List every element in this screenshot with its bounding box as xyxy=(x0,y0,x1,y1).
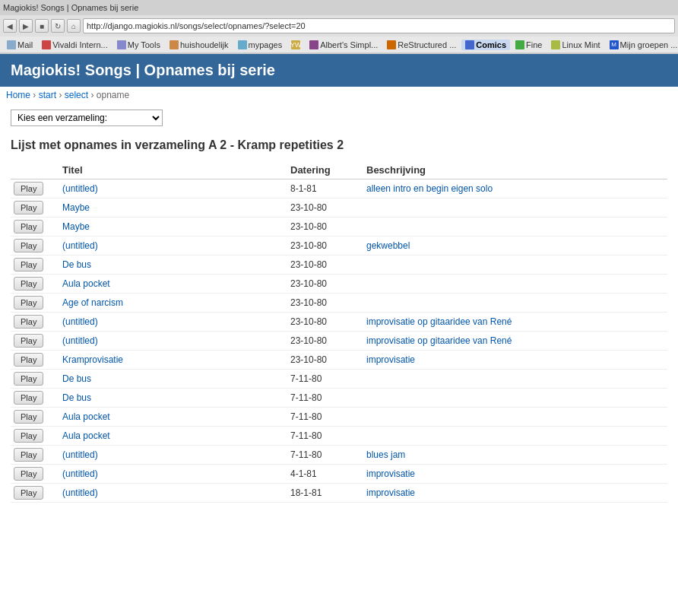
play-button[interactable]: Play xyxy=(14,201,43,214)
play-button[interactable]: Play xyxy=(14,239,43,252)
song-description-cell xyxy=(360,389,667,408)
song-description-cell xyxy=(360,370,667,389)
song-title-link[interactable]: (untitled) xyxy=(62,449,98,460)
play-button[interactable]: Play xyxy=(14,315,43,329)
bookmark-comics[interactable]: Comics xyxy=(461,40,510,50)
play-cell: Play xyxy=(11,332,56,351)
bookmark-mail-icon xyxy=(7,40,16,49)
bookmark-yw[interactable]: YW xyxy=(287,40,304,50)
table-row: Play(untitled)18-1-81improvisatie xyxy=(11,484,667,503)
song-description-cell: alleen intro en begin eigen solo xyxy=(360,179,667,198)
song-title-link[interactable]: Kramprovisatie xyxy=(62,354,123,365)
song-title-cell: Aula pocket xyxy=(56,275,284,294)
bookmark-linux-label: Linux Mint xyxy=(562,40,600,49)
table-row: Play(untitled)23-10-80improvisatie op gi… xyxy=(11,332,667,351)
bookmark-alb-icon xyxy=(309,40,318,49)
song-title-cell: (untitled) xyxy=(56,237,284,256)
play-button[interactable]: Play xyxy=(14,182,43,195)
play-cell: Play xyxy=(11,446,56,465)
play-button[interactable]: Play xyxy=(14,296,43,310)
bookmark-mypages[interactable]: mypages xyxy=(234,40,287,50)
bookmark-mytools-label: My Tools xyxy=(128,40,160,49)
table-row: Play(untitled)4-1-81improvisatie xyxy=(11,465,667,484)
song-title-link[interactable]: De bus xyxy=(62,373,91,384)
play-cell: Play xyxy=(11,294,56,313)
play-button[interactable]: Play xyxy=(14,334,43,348)
bookmark-mijn[interactable]: M Mijn groepen ... xyxy=(606,40,678,50)
song-description-cell xyxy=(360,294,667,313)
address-bar[interactable] xyxy=(83,18,675,33)
song-date-cell: 23-10-80 xyxy=(284,351,360,370)
bookmark-yw-icon: YW xyxy=(291,40,300,49)
song-title-link[interactable]: (untitled) xyxy=(62,316,98,327)
play-button[interactable]: Play xyxy=(14,258,43,271)
song-title-link[interactable]: Aula pocket xyxy=(62,430,110,441)
play-cell: Play xyxy=(11,389,56,408)
bookmark-vivaldi-icon xyxy=(42,40,51,49)
song-description-cell: improvisatie op gitaaridee van René xyxy=(360,313,667,332)
songs-table: Titel Datering Beschrijving Play(untitle… xyxy=(11,161,667,503)
play-button[interactable]: Play xyxy=(14,429,43,443)
play-button[interactable]: Play xyxy=(14,277,43,291)
play-button[interactable]: Play xyxy=(14,486,43,500)
song-title-link[interactable]: Age of narcism xyxy=(62,297,123,308)
play-button[interactable]: Play xyxy=(14,391,43,405)
song-title-link[interactable]: (untitled) xyxy=(62,468,98,479)
play-button[interactable]: Play xyxy=(14,372,43,386)
song-title-cell: Aula pocket xyxy=(56,427,284,446)
bookmark-huishoudelijk[interactable]: huishoudelijk xyxy=(166,40,233,50)
col-header-description: Beschrijving xyxy=(360,161,667,179)
song-date-cell: 23-10-80 xyxy=(284,218,360,237)
breadcrumb-start[interactable]: start xyxy=(39,90,56,100)
bookmark-comics-label: Comics xyxy=(476,40,506,49)
bookmark-mail[interactable]: Mail xyxy=(3,40,36,50)
play-button[interactable]: Play xyxy=(14,410,43,424)
page-header: Magiokis! Songs | Opnames bij serie xyxy=(0,54,678,87)
bookmark-alberts[interactable]: Albert's Simpl... xyxy=(306,40,382,50)
reload-button[interactable]: ↻ xyxy=(51,19,65,33)
stop-button[interactable]: ■ xyxy=(35,19,49,33)
play-button[interactable]: Play xyxy=(14,467,43,481)
song-title-link[interactable]: (untitled) xyxy=(62,240,98,251)
nav-bar: ◀ ▶ ■ ↻ ⌂ xyxy=(0,15,678,37)
bookmark-vivaldi[interactable]: Vivaldi Intern... xyxy=(38,40,112,50)
song-title-link[interactable]: De bus xyxy=(62,259,91,270)
collection-title: Lijst met opnames in verzameling A 2 - K… xyxy=(11,138,667,152)
bookmark-linux-icon xyxy=(551,40,560,49)
song-title-link[interactable]: (untitled) xyxy=(62,487,98,498)
song-title-link[interactable]: Maybe xyxy=(62,202,90,213)
song-title-link[interactable]: Aula pocket xyxy=(62,278,110,289)
song-description-cell xyxy=(360,427,667,446)
song-title-cell: Age of narcism xyxy=(56,294,284,313)
song-title-cell: Kramprovisatie xyxy=(56,351,284,370)
song-title-cell: (untitled) xyxy=(56,465,284,484)
bookmark-mytools[interactable]: My Tools xyxy=(113,40,164,50)
bookmark-restructured[interactable]: ReStructured ... xyxy=(383,40,460,50)
song-title-link[interactable]: (untitled) xyxy=(62,335,98,346)
song-title-link[interactable]: Maybe xyxy=(62,221,90,232)
back-button[interactable]: ◀ xyxy=(3,19,17,33)
song-title-link[interactable]: De bus xyxy=(62,392,91,403)
table-row: PlayDe bus23-10-80 xyxy=(11,256,667,275)
play-cell: Play xyxy=(11,370,56,389)
collection-select[interactable]: Kies een verzameling: xyxy=(11,110,163,126)
forward-button[interactable]: ▶ xyxy=(19,19,33,33)
bookmark-fine[interactable]: Fine xyxy=(512,40,546,50)
song-title-link[interactable]: (untitled) xyxy=(62,183,98,194)
table-row: PlayMaybe23-10-80 xyxy=(11,218,667,237)
home-button[interactable]: ⌂ xyxy=(67,19,81,33)
table-row: PlayAula pocket7-11-80 xyxy=(11,408,667,427)
table-row: Play(untitled)23-10-80gekwebbel xyxy=(11,237,667,256)
breadcrumb-home[interactable]: Home xyxy=(6,90,30,100)
col-header-title: Titel xyxy=(56,161,284,179)
song-description-cell: improvisatie xyxy=(360,351,667,370)
bookmark-vivaldi-label: Vivaldi Intern... xyxy=(52,40,108,49)
play-button[interactable]: Play xyxy=(14,353,43,367)
play-cell: Play xyxy=(11,351,56,370)
bookmark-linux[interactable]: Linux Mint xyxy=(547,40,604,50)
song-date-cell: 23-10-80 xyxy=(284,332,360,351)
play-button[interactable]: Play xyxy=(14,220,43,233)
breadcrumb-select[interactable]: select xyxy=(65,90,88,100)
song-title-link[interactable]: Aula pocket xyxy=(62,411,110,422)
play-button[interactable]: Play xyxy=(14,448,43,462)
